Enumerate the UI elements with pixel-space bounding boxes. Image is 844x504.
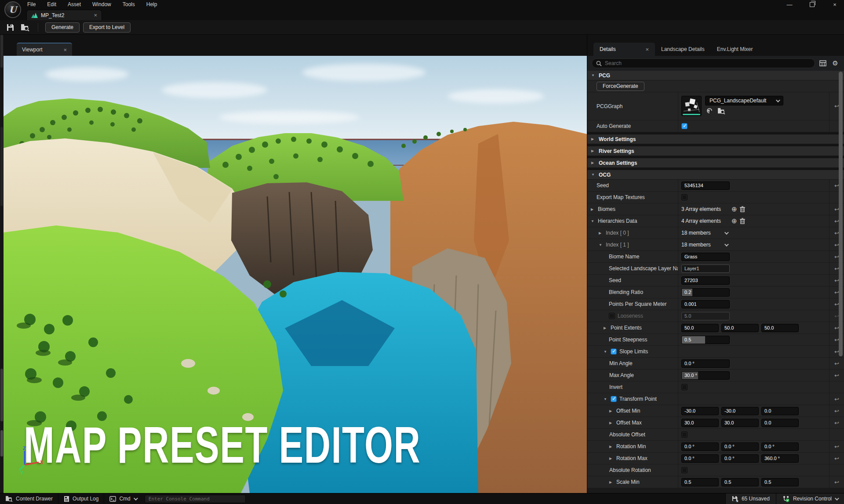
collapse-icon[interactable] (591, 219, 595, 223)
asset-tab-mp-test2[interactable]: MP_Test2 (26, 10, 102, 20)
tab-landscape-details[interactable]: Landscape Details (655, 43, 711, 56)
tab-env-light-mixer[interactable]: Env.Light Mixer (711, 43, 759, 56)
points-per-sqm-input[interactable] (681, 300, 730, 308)
collapse-icon[interactable] (599, 243, 603, 247)
menu-window[interactable]: Window (92, 1, 111, 7)
offset-max-x-input[interactable] (681, 419, 719, 427)
expand-icon[interactable] (609, 480, 614, 484)
offset-max-y-input[interactable] (721, 419, 759, 427)
rotation-min-x-input[interactable] (681, 442, 719, 451)
viewport-tab[interactable]: Viewport (17, 43, 72, 56)
viewport-scene[interactable]: MAP PRESET EDITOR Z X Y (4, 56, 587, 493)
reset-icon[interactable] (829, 453, 844, 464)
force-generate-button[interactable]: ForceGenerate (597, 82, 644, 91)
seed2-input[interactable] (681, 276, 730, 285)
collapse-icon[interactable] (591, 73, 596, 77)
rotation-max-x-input[interactable] (681, 454, 719, 463)
expand-icon[interactable] (604, 326, 608, 330)
close-window-icon[interactable]: × (829, 1, 840, 8)
add-element-icon[interactable]: ⊕ (731, 217, 737, 225)
use-selected-icon[interactable] (706, 107, 713, 114)
rotation-max-z-input[interactable] (761, 454, 799, 463)
absolute-rotation-checkbox[interactable] (681, 467, 688, 473)
rotation-min-z-input[interactable] (761, 442, 799, 451)
console-command-box[interactable] (145, 495, 246, 503)
rotation-max-y-input[interactable] (721, 454, 759, 463)
close-details-tab-icon[interactable] (645, 47, 649, 52)
display-options-icon[interactable] (819, 60, 827, 66)
expand-icon[interactable] (609, 421, 614, 425)
scale-min-x-input[interactable] (681, 478, 719, 486)
reset-icon[interactable] (829, 405, 844, 417)
point-extents-y-input[interactable] (721, 324, 759, 332)
landscape-layer-input[interactable] (681, 265, 730, 273)
rotation-min-y-input[interactable] (721, 442, 759, 451)
expand-icon[interactable] (591, 149, 596, 153)
generate-button[interactable]: Generate (45, 22, 80, 33)
section-world-settings[interactable]: World Settings (587, 134, 844, 144)
seed-input[interactable] (681, 181, 730, 190)
expand-icon[interactable] (609, 457, 614, 460)
console-command-input[interactable] (149, 496, 242, 502)
scale-min-y-input[interactable] (721, 478, 759, 486)
expand-icon[interactable] (591, 207, 595, 211)
unsaved-changes-button[interactable]: ★ 65 Unsaved (725, 493, 776, 504)
close-tab-icon[interactable] (94, 12, 97, 18)
reset-icon[interactable] (829, 417, 844, 428)
menu-help[interactable]: Help (146, 1, 157, 7)
content-drawer-button[interactable]: Content Drawer (0, 493, 58, 504)
reset-icon[interactable] (829, 476, 844, 488)
reset-icon[interactable] (829, 358, 844, 369)
close-viewport-tab-icon[interactable] (63, 47, 67, 53)
expand-icon[interactable] (609, 445, 614, 449)
menu-edit[interactable]: Edit (47, 1, 56, 7)
chevron-down-icon[interactable] (724, 242, 729, 247)
section-pcg[interactable]: PCG (587, 71, 844, 80)
expand-icon[interactable] (591, 137, 596, 141)
point-extents-z-input[interactable] (761, 324, 799, 332)
add-element-icon[interactable]: ⊕ (731, 205, 737, 213)
section-ocg[interactable]: OCG (587, 170, 844, 180)
collapsed-sidebar-strip[interactable] (0, 35, 4, 493)
collapse-icon[interactable] (591, 173, 596, 177)
biome-name-input[interactable] (681, 253, 730, 261)
expand-icon[interactable] (599, 231, 603, 235)
expand-icon[interactable] (609, 409, 614, 413)
reset-icon[interactable] (829, 393, 844, 405)
minimize-icon[interactable]: — (784, 1, 795, 8)
offset-min-y-input[interactable] (721, 407, 759, 415)
transform-point-checkbox[interactable] (611, 396, 617, 402)
reset-icon[interactable] (829, 441, 844, 452)
scale-min-z-input[interactable] (761, 478, 799, 486)
min-angle-input[interactable] (681, 359, 730, 368)
search-input[interactable] (605, 60, 811, 66)
pcggraph-dropdown[interactable]: PCG_LandscapeDefault (705, 96, 783, 105)
section-ocean-settings[interactable]: Ocean Settings (587, 158, 844, 168)
restore-icon[interactable] (810, 2, 815, 7)
absolute-offset-checkbox[interactable] (681, 431, 688, 438)
chevron-down-icon[interactable] (724, 230, 729, 235)
auto-generate-checkbox[interactable] (681, 123, 688, 129)
menu-asset[interactable]: Asset (68, 1, 81, 7)
menu-file[interactable]: File (27, 1, 36, 7)
invert-checkbox[interactable] (681, 384, 688, 390)
offset-min-x-input[interactable] (681, 407, 719, 415)
point-extents-x-input[interactable] (681, 324, 719, 332)
browse-asset-button[interactable] (19, 22, 31, 33)
pcggraph-thumbnail[interactable] (681, 96, 702, 116)
expand-icon[interactable] (591, 161, 596, 165)
scrollbar[interactable] (839, 72, 843, 356)
output-log-button[interactable]: Output Log (58, 493, 104, 504)
delete-elements-icon[interactable] (740, 206, 745, 212)
collapse-icon[interactable] (604, 397, 608, 401)
looseness-checkbox[interactable] (609, 313, 615, 319)
revision-control-button[interactable]: Revision Control (776, 493, 844, 504)
search-box[interactable] (592, 58, 815, 68)
settings-gear-icon[interactable]: ⚙ (831, 59, 840, 67)
delete-elements-icon[interactable] (740, 218, 745, 224)
cmd-selector[interactable]: Cmd (104, 493, 142, 504)
menu-tools[interactable]: Tools (123, 1, 135, 7)
browse-to-asset-icon[interactable] (717, 108, 725, 114)
export-to-level-button[interactable]: Export to Level (83, 22, 131, 33)
collapse-icon[interactable] (604, 350, 608, 354)
